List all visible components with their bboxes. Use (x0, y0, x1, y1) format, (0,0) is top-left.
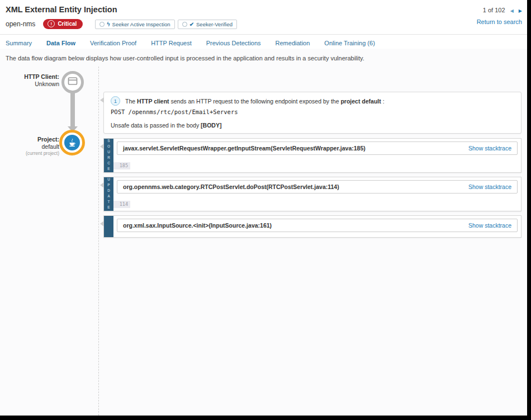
status-badge-label: Seeker-Verified (196, 21, 233, 27)
data-flow-step-1: 1 The HTTP client sends an HTTP request … (103, 92, 521, 134)
step-pointer-icon (100, 97, 104, 103)
http-client-value: Unknown (0, 81, 59, 88)
step-pointer-icon (100, 144, 104, 149)
page-title: XML External Entity Injection (6, 5, 524, 14)
return-to-search-link[interactable]: Return to search (477, 18, 522, 25)
line-number-gutter: 185 (113, 162, 130, 169)
code-body: package org.xml.sax;...class InputSource… (113, 235, 521, 237)
lightning-icon: ϟ (107, 22, 110, 27)
data-flow-steps: 1 The HTTP client sends an HTTP request … (103, 92, 521, 242)
flow-dashed-line (98, 67, 99, 416)
text-segment: sends an HTTP request to the following e… (169, 98, 341, 105)
text-segment: [BODY] (201, 122, 221, 129)
project-value: default (0, 143, 59, 150)
flow-tag-bar: UPDATE (104, 177, 113, 211)
circle-icon (99, 22, 105, 27)
code-blocks: SOURCEjavax.servlet.ServletRequestWrappe… (103, 138, 521, 238)
code-body: package org.opennms.web.category;...clas… (113, 196, 521, 210)
next-result-arrow-icon[interactable]: ▶ (519, 8, 522, 13)
status-badge-check[interactable]: ✔Seeker-Verified (178, 20, 237, 29)
show-stacktrace-link[interactable]: Show stacktrace (468, 183, 511, 190)
code-location-header: org.xml.sax.InputSource.<init>(InputSour… (117, 219, 518, 232)
meta-row: open-nms ! Critical ϟSeeker Active Inspe… (6, 19, 524, 29)
show-stacktrace-link[interactable]: Show stacktrace (468, 222, 511, 229)
code-location-header: org.opennms.web.category.RTCPostServlet.… (117, 180, 518, 194)
code-block-1: SOURCEjavax.servlet.ServletRequestWrappe… (103, 138, 521, 173)
step-pointer-icon (100, 221, 104, 226)
severity-badge: ! Critical (43, 19, 83, 29)
project-node[interactable] (59, 130, 85, 155)
browser-window-icon (67, 75, 78, 89)
code-location-title: org.opennms.web.category.RTCPostServlet.… (123, 183, 339, 190)
http-client-label: HTTP Client: Unknown (0, 73, 59, 87)
text-segment: project default (340, 98, 381, 105)
screenshot-edge-right (527, 0, 531, 420)
code-location-title: org.xml.sax.InputSource.<init>(InputSour… (123, 222, 272, 229)
code-body: package javax.servlet;...class ServletRe… (113, 158, 521, 172)
flow-tag-label: UPDATE (107, 177, 111, 211)
step-1-body-text: Unsafe data is passed in the body [BODY] (111, 122, 514, 129)
line-number-gutter: 114 (113, 201, 130, 208)
data-flow-panel: The data flow diagram below displays how… (0, 49, 527, 416)
java-icon (64, 135, 80, 150)
project-sub-label: (current project) (0, 150, 59, 157)
code-line: 185 org.eclipse.jetty.server.Request.get… (113, 162, 521, 169)
flow-tag-bar: SOURCE (104, 139, 113, 172)
status-badge-lightning[interactable]: ϟSeeker Active Inspection (95, 20, 174, 29)
screenshot-edge-bottom (0, 416, 531, 420)
pagination: 1 of 102 ◀ ▶ (477, 7, 522, 13)
code-location-title: javax.servlet.ServletRequestWrapper.getI… (123, 145, 366, 152)
text-segment: HTTP client (137, 98, 169, 105)
prev-result-arrow-icon[interactable]: ◀ (510, 8, 514, 13)
check-icon: ✔ (189, 22, 194, 27)
node-connector (70, 92, 75, 128)
step-number-badge: 1 (111, 96, 120, 106)
step-1-text: 1 The HTTP client sends an HTTP request … (111, 96, 514, 106)
severity-label: Critical (58, 21, 77, 27)
flow-tag-label: SOURCE (107, 139, 111, 172)
text-segment: Unsafe data is passed in the body (111, 122, 201, 129)
code-block-2: UPDATEorg.opennms.web.category.RTCPostSe… (103, 177, 521, 211)
exclamation-icon: ! (48, 20, 55, 27)
code-line: 114 java.io.InputStreamReader.<init>(); … (113, 201, 521, 208)
flow-tag-bar (104, 216, 113, 237)
code-block-3: org.xml.sax.InputSource.<init>(InputSour… (103, 215, 521, 238)
http-client-node[interactable] (61, 71, 84, 93)
step-pointer-icon (100, 182, 104, 188)
data-flow-description: The data flow diagram below displays how… (0, 49, 527, 64)
project-name: open-nms (6, 20, 35, 28)
project-label: Project: default (current project) (0, 136, 59, 157)
vulnerability-header: XML External Entity Injection open-nms !… (0, 0, 531, 35)
pagination-label: 1 of 102 (483, 7, 505, 13)
status-badges: ϟSeeker Active Inspection✔Seeker-Verifie… (95, 19, 240, 29)
status-badge-label: Seeker Active Inspection (112, 21, 170, 27)
http-request-endpoint: POST /opennms/rtc/post/Email+Servers (111, 108, 514, 115)
header-right: 1 of 102 ◀ ▶ Return to search (477, 7, 522, 26)
text-segment: : (381, 98, 385, 105)
text-segment: The (125, 98, 137, 105)
code-location-header: javax.servlet.ServletRequestWrapper.getI… (117, 141, 518, 155)
circle-icon (182, 22, 187, 27)
show-stacktrace-link[interactable]: Show stacktrace (468, 145, 511, 152)
